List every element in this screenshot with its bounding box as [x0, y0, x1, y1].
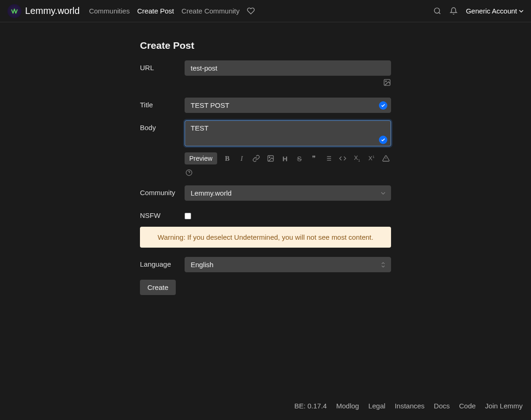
svg-point-0 — [434, 8, 439, 13]
code-icon[interactable] — [339, 155, 347, 162]
community-label: Community — [140, 185, 185, 201]
caret-down-icon — [519, 9, 524, 13]
language-select[interactable]: English — [185, 257, 391, 272]
language-warning: Warning: If you deselect Undetermined, y… — [140, 227, 391, 248]
footer-instances[interactable]: Instances — [395, 402, 425, 410]
svg-point-3 — [385, 81, 386, 82]
nsfw-label: NSFW — [140, 208, 185, 219]
check-icon — [379, 136, 387, 144]
site-logo-link[interactable]: Lemmy.world — [7, 4, 80, 18]
list-icon[interactable] — [324, 155, 332, 162]
title-input[interactable] — [185, 98, 391, 113]
url-row: URL — [140, 60, 391, 86]
nav-link-create-post[interactable]: Create Post — [137, 7, 174, 15]
image-icon[interactable] — [266, 155, 275, 162]
bell-icon[interactable] — [450, 7, 458, 15]
footer-modlog[interactable]: Modlog — [336, 402, 359, 410]
site-name: Lemmy.world — [25, 6, 80, 16]
create-button[interactable]: Create — [140, 280, 176, 295]
user-menu[interactable]: Generic Account — [466, 7, 524, 15]
svg-point-5 — [269, 157, 270, 158]
search-icon[interactable] — [433, 7, 441, 15]
footer-code[interactable]: Code — [459, 402, 476, 410]
svg-line-1 — [439, 13, 440, 14]
body-row: Body Preview B I H S ❞ — [140, 120, 391, 176]
language-label: Language — [140, 257, 185, 272]
image-upload-icon[interactable] — [383, 79, 391, 86]
bold-icon[interactable]: B — [223, 155, 232, 163]
url-input[interactable] — [185, 60, 391, 76]
user-name: Generic Account — [466, 7, 517, 15]
community-select[interactable]: Lemmy.world — [185, 185, 391, 201]
subscript-icon[interactable]: X1 — [353, 154, 361, 163]
quote-icon[interactable]: ❞ — [310, 154, 318, 163]
nsfw-row: NSFW — [140, 208, 391, 219]
italic-icon[interactable]: I — [238, 155, 246, 163]
footer-legal[interactable]: Legal — [368, 402, 385, 410]
title-label: Title — [140, 98, 185, 113]
nav-links: Communities Create Post Create Community — [89, 7, 255, 15]
body-label: Body — [140, 120, 185, 176]
footer: BE: 0.17.4 Modlog Legal Instances Docs C… — [294, 402, 523, 410]
create-post-form: Create Post URL Title Body — [140, 22, 391, 295]
help-icon[interactable] — [185, 169, 193, 176]
nav-right: Generic Account — [433, 7, 524, 15]
preview-button[interactable]: Preview — [185, 152, 217, 164]
editor-toolbar: Preview B I H S ❞ X1 X1 — [185, 152, 391, 164]
check-icon — [379, 101, 387, 110]
footer-docs[interactable]: Docs — [434, 402, 450, 410]
link-icon[interactable] — [252, 155, 260, 162]
superscript-icon[interactable]: X1 — [367, 155, 376, 162]
language-row: Language English — [140, 257, 391, 272]
header-icon[interactable]: H — [281, 155, 289, 163]
page-title: Create Post — [140, 40, 391, 51]
footer-join-lemmy[interactable]: Join Lemmy — [485, 402, 523, 410]
navbar: Lemmy.world Communities Create Post Crea… — [0, 0, 531, 22]
strikethrough-icon[interactable]: S — [295, 155, 304, 163]
heart-icon[interactable] — [247, 7, 255, 15]
logo-icon — [7, 4, 21, 18]
url-label: URL — [140, 60, 185, 86]
footer-version[interactable]: BE: 0.17.4 — [294, 402, 327, 410]
body-textarea[interactable] — [185, 120, 391, 146]
community-row: Community Lemmy.world — [140, 185, 391, 201]
nsfw-checkbox[interactable] — [185, 213, 191, 219]
title-row: Title — [140, 98, 391, 113]
nav-link-create-community[interactable]: Create Community — [181, 7, 239, 15]
spoiler-icon[interactable] — [382, 155, 390, 162]
nav-link-communities[interactable]: Communities — [89, 7, 130, 15]
